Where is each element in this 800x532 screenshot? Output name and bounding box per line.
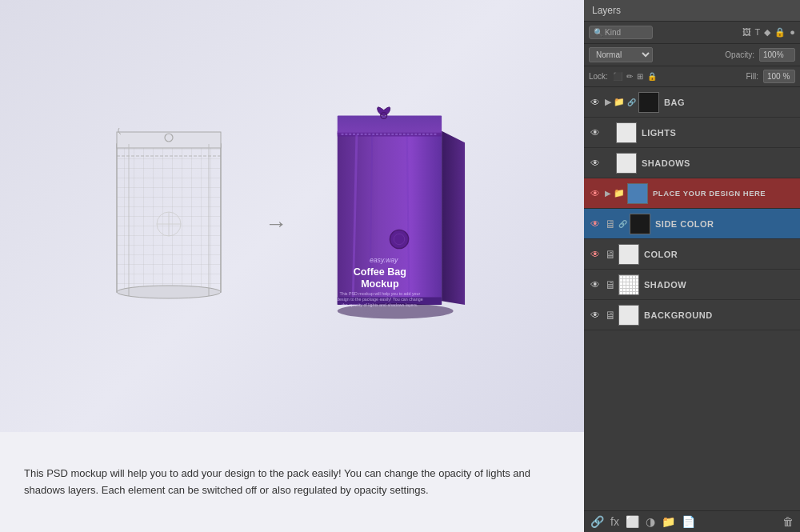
type-filter-icon[interactable]: T (755, 27, 761, 38)
layers-toolbar: 🔍 Kind 🖼 T ◆ 🔒 ● (584, 22, 800, 44)
visibility-place-design[interactable]: 👁 (589, 187, 602, 200)
svg-marker-12 (442, 131, 465, 305)
thumb-background (618, 305, 639, 326)
visibility-background[interactable]: 👁 (589, 309, 602, 322)
add-mask-icon[interactable]: ⬜ (626, 515, 639, 528)
svg-rect-1 (117, 132, 221, 148)
layer-row-color[interactable]: 👁 🖥 COLOR (584, 239, 800, 270)
monitor-icon-shadow: 🖥 (605, 278, 616, 291)
kind-label: Kind (605, 28, 621, 37)
svg-point-5 (117, 286, 221, 298)
layer-row-lights[interactable]: 👁 LIGHTS (584, 118, 800, 148)
smart-filter-icon[interactable]: 🔒 (774, 27, 786, 38)
search-icon: 🔍 (594, 28, 603, 37)
canvas-area: → (0, 0, 584, 432)
eye-icon-lights: 👁 (590, 127, 600, 138)
layer-name-side-color: SIDE COLOR (655, 219, 714, 229)
layer-row-background[interactable]: 👁 🖥 BACKGROUND (584, 300, 800, 330)
thumb-place-design (627, 183, 648, 204)
eye-icon-shadows: 👁 (590, 158, 600, 169)
lock-icons: ⬛ ✏ ⊞ 🔒 (613, 72, 657, 81)
visibility-bag[interactable]: 👁 (589, 96, 602, 109)
chain-icon-side-color: 🔗 (618, 220, 627, 228)
link-layers-icon[interactable]: 🔗 (590, 515, 604, 528)
layer-row-shadows[interactable]: 👁 SHADOWS (584, 148, 800, 178)
thumb-color (618, 244, 639, 265)
fill-input[interactable] (763, 70, 795, 83)
new-layer-icon[interactable]: 📄 (682, 515, 695, 528)
new-group-icon[interactable]: 📁 (662, 515, 675, 528)
pixel-filter-icon[interactable]: 🖼 (742, 27, 751, 38)
svg-text:Mockup: Mockup (361, 278, 399, 290)
opacity-input[interactable] (759, 48, 795, 62)
lock-all-icon[interactable]: 🔒 (647, 72, 657, 81)
thumb-lights (616, 122, 637, 143)
eye-icon-side-color: 👁 (590, 218, 600, 230)
monitor-icon-color: 🖥 (605, 248, 616, 261)
folder-icon-bag: ▶ 📁 (605, 97, 625, 107)
lock-pixels-icon[interactable]: ⬛ (613, 72, 622, 81)
layer-name-shadows: SHADOWS (642, 158, 690, 168)
visibility-shadows[interactable]: 👁 (589, 157, 602, 170)
thumb-bag (638, 92, 659, 113)
layer-row-place-design[interactable]: 👁 ▶ 📁 PLACE YOUR DESIGN HERE (584, 178, 800, 209)
blend-mode-row: Normal Multiply Screen Opacity: (584, 44, 800, 66)
lock-position-icon[interactable]: ✏ (626, 72, 633, 81)
svg-text:Coffee Bag: Coffee Bag (354, 266, 406, 278)
toolbar-icons: 🖼 T ◆ 🔒 ● (742, 27, 795, 38)
layer-name-color: COLOR (644, 250, 678, 259)
arrow-indicator: → (265, 211, 287, 237)
thumb-shadow (618, 274, 639, 295)
thumb-shadows (616, 153, 637, 174)
eye-icon-place-design: 👁 (590, 188, 600, 199)
eye-icon-background: 👁 (590, 310, 600, 321)
layer-row-bag[interactable]: 👁 ▶ 📁 🔗 BAG (584, 87, 800, 118)
layer-name-background: BACKGROUND (644, 310, 713, 320)
layer-name-shadow: SHADOW (644, 280, 686, 290)
purple-bag: easy.way Coffee Bag Mockup This PSD mock… (319, 104, 479, 328)
shape-filter-icon[interactable]: ◆ (764, 27, 770, 38)
add-style-icon[interactable]: fx (610, 515, 619, 528)
description-text: This PSD mockup will help you to add you… (24, 466, 560, 499)
lock-row: Lock: ⬛ ✏ ⊞ 🔒 Fill: (584, 66, 800, 87)
svg-text:easy.way: easy.way (370, 256, 398, 264)
layer-name-place-design: PLACE YOUR DESIGN HERE (653, 189, 766, 198)
blend-mode-dropdown[interactable]: Normal Multiply Screen (589, 47, 653, 62)
opacity-label: Opacity: (725, 50, 754, 59)
svg-text:design to the package easily! : design to the package easily! You can ch… (337, 297, 423, 302)
eye-icon-bag: 👁 (590, 97, 600, 108)
adjustment-layer-icon[interactable]: ◑ (646, 515, 655, 528)
svg-text:the opacity of lights and shad: the opacity of lights and shadows layers… (342, 302, 418, 307)
color-filter-icon[interactable]: ● (790, 27, 795, 38)
lock-artboard-icon[interactable]: ⊞ (637, 72, 643, 81)
wireframe-bag (105, 120, 233, 312)
eye-icon-shadow: 👁 (590, 279, 600, 290)
eye-icon-color: 👁 (590, 249, 600, 260)
layer-name-bag: BAG (664, 98, 685, 107)
visibility-shadow[interactable]: 👁 (589, 278, 602, 291)
monitor-icon-side-color: 🖥 (605, 218, 616, 230)
fill-label: Fill: (746, 72, 758, 81)
visibility-lights[interactable]: 👁 (589, 126, 602, 139)
layer-row-side-color[interactable]: 👁 🖥 🔗 SIDE COLOR (584, 209, 800, 239)
layer-row-shadow[interactable]: 👁 🖥 SHADOW (584, 270, 800, 300)
layers-bottom-toolbar: 🔗 fx ⬜ ◑ 📁 📄 🗑 (584, 510, 800, 532)
chain-icon-bag: 🔗 (627, 98, 636, 106)
lock-label: Lock: (589, 72, 608, 81)
search-box[interactable]: 🔍 Kind (589, 26, 653, 39)
visibility-color[interactable]: 👁 (589, 248, 602, 261)
svg-rect-14 (338, 115, 442, 134)
layers-panel-title: Layers (584, 0, 800, 22)
thumb-side-color (630, 214, 650, 234)
delete-layer-icon[interactable]: 🗑 (782, 515, 794, 528)
monitor-icon-background: 🖥 (605, 309, 616, 322)
visibility-side-color[interactable]: 👁 (589, 218, 602, 230)
layer-name-lights: LIGHTS (642, 128, 676, 138)
layers-panel: Layers 🔍 Kind 🖼 T ◆ 🔒 ● Normal Multiply … (584, 0, 800, 532)
layers-list: 👁 ▶ 📁 🔗 BAG 👁 LIGHTS 👁 SHADOWS (584, 87, 800, 510)
folder-icon-place-design: 📁 (614, 188, 625, 198)
svg-point-21 (390, 230, 408, 248)
description-area: This PSD mockup will help you to add you… (0, 432, 584, 532)
svg-text:This PSD mockup will help you : This PSD mockup will help you to add you… (340, 291, 421, 296)
expand-icon-place-design[interactable]: ▶ (605, 189, 611, 198)
